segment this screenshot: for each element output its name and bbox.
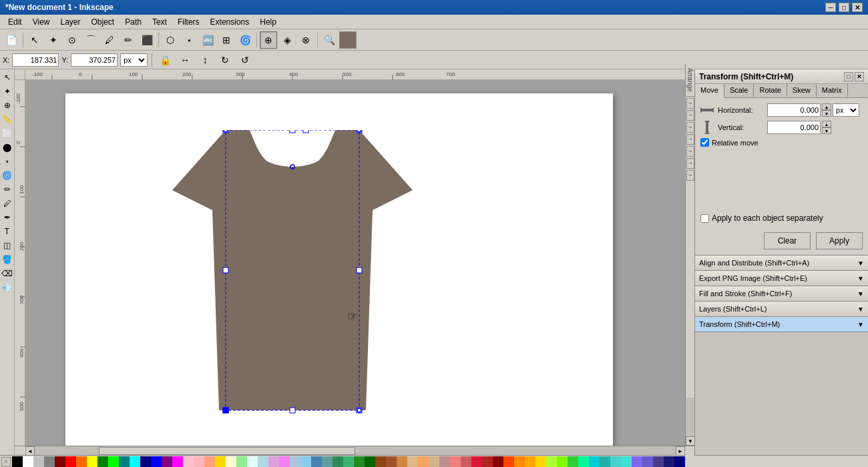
color-swatch[interactable] bbox=[568, 456, 578, 467]
color-swatch[interactable] bbox=[653, 456, 664, 467]
color-swatch[interactable] bbox=[503, 456, 514, 467]
tab-skew[interactable]: Skew bbox=[787, 84, 817, 97]
rect-tool-btn[interactable]: ⬜ bbox=[1, 127, 14, 140]
spray-tool-btn[interactable]: 💨 bbox=[1, 281, 14, 294]
star-tool-btn[interactable]: ⋆ bbox=[1, 155, 14, 168]
scroll-left-btn[interactable]: ◄ bbox=[25, 446, 35, 456]
close-button[interactable]: ✕ bbox=[852, 3, 863, 12]
tab-move[interactable]: Move bbox=[695, 84, 724, 98]
rotate-ccw-btn[interactable]: ↺ bbox=[236, 51, 254, 69]
tool3[interactable]: ⊙ bbox=[63, 31, 81, 49]
color-swatch[interactable] bbox=[493, 456, 503, 467]
maximize-button[interactable]: □ bbox=[839, 3, 849, 12]
color-swatch[interactable] bbox=[12, 456, 23, 467]
color-swatch[interactable] bbox=[343, 456, 354, 467]
color-swatch[interactable] bbox=[610, 456, 621, 467]
relative-move-checkbox[interactable] bbox=[700, 138, 709, 147]
apply-button[interactable]: Apply bbox=[816, 232, 863, 250]
fill-panel-header[interactable]: Fill and Stroke (Shift+Ctrl+F) ▼ bbox=[695, 286, 868, 301]
minimize-button[interactable]: ─ bbox=[825, 3, 836, 12]
pencil-tool-btn[interactable]: ✏ bbox=[1, 183, 14, 196]
pen-tool-btn[interactable]: 🖊 bbox=[1, 197, 14, 210]
menu-edit[interactable]: Edit bbox=[3, 16, 27, 28]
clear-button[interactable]: Clear bbox=[764, 232, 811, 250]
x-input[interactable] bbox=[12, 53, 59, 67]
color-swatch[interactable] bbox=[76, 456, 87, 467]
tool4[interactable]: ⌒ bbox=[82, 31, 99, 49]
color-swatch[interactable] bbox=[429, 456, 439, 467]
zoom-tool-btn[interactable]: ⊕ bbox=[1, 99, 14, 112]
flip-v-btn[interactable]: ↕ bbox=[196, 51, 214, 69]
canvas[interactable]: ☞ ▲ ▼ bbox=[25, 80, 694, 446]
vertical-spin-down[interactable]: ▼ bbox=[822, 127, 831, 134]
zoom-btn[interactable]: 🔍 bbox=[320, 31, 338, 49]
snap2[interactable]: ◈ bbox=[278, 31, 296, 49]
menu-filters[interactable]: Filters bbox=[172, 16, 205, 28]
color-swatch[interactable] bbox=[386, 456, 397, 467]
tool5[interactable]: 🖊 bbox=[101, 31, 118, 49]
color-swatch[interactable] bbox=[450, 456, 461, 467]
horizontal-spin-down[interactable]: ▼ bbox=[822, 110, 831, 117]
tab-rotate[interactable]: Rotate bbox=[754, 84, 787, 97]
color-swatch[interactable] bbox=[87, 456, 97, 467]
color-swatch[interactable] bbox=[642, 456, 653, 467]
arrange-label[interactable]: Arrange bbox=[686, 65, 694, 95]
color-swatch[interactable] bbox=[525, 456, 535, 467]
tab-matrix[interactable]: Matrix bbox=[817, 84, 848, 97]
color-swatch[interactable] bbox=[407, 456, 418, 467]
color-swatch[interactable] bbox=[514, 456, 525, 467]
align-panel-header[interactable]: Align and Distribute (Shift+Ctrl+A) ▼ bbox=[695, 256, 868, 270]
color-swatch[interactable] bbox=[130, 456, 140, 467]
transform-collapsed-header[interactable]: Transform (Shift+Ctrl+M) ▼ bbox=[695, 317, 868, 332]
panel-detach-btn[interactable]: □ bbox=[844, 72, 853, 81]
snap-btn[interactable]: ⊕ bbox=[260, 31, 277, 49]
color-swatch[interactable] bbox=[397, 456, 407, 467]
side-btn7[interactable]: → bbox=[686, 170, 694, 181]
color-swatch[interactable] bbox=[268, 456, 279, 467]
scroll-thumb-h[interactable] bbox=[99, 447, 355, 455]
lock-btn[interactable]: 🔒 bbox=[156, 51, 174, 69]
color-swatch[interactable] bbox=[300, 456, 311, 467]
side-btn4[interactable]: → bbox=[686, 134, 694, 145]
color-swatch[interactable] bbox=[439, 456, 450, 467]
tool10[interactable]: 🔤 bbox=[199, 31, 216, 49]
tool12[interactable]: 🌀 bbox=[236, 31, 254, 49]
select-tool[interactable]: ↖ bbox=[26, 31, 43, 49]
color-swatch[interactable] bbox=[578, 456, 589, 467]
circle-tool-btn[interactable]: ⬤ bbox=[1, 141, 14, 154]
tool9[interactable]: ⋆ bbox=[180, 31, 198, 49]
node-tool[interactable]: ✦ bbox=[45, 31, 62, 49]
new-btn[interactable]: 📄 bbox=[3, 31, 20, 49]
color-swatch[interactable] bbox=[279, 456, 290, 467]
color-swatch[interactable] bbox=[23, 456, 33, 467]
export-panel-header[interactable]: Export PNG Image (Shift+Ctrl+E) ▼ bbox=[695, 271, 868, 286]
color-swatch[interactable] bbox=[44, 456, 55, 467]
color-swatch[interactable] bbox=[322, 456, 333, 467]
color-swatch[interactable] bbox=[215, 456, 226, 467]
color-swatch[interactable] bbox=[151, 456, 162, 467]
menu-help[interactable]: Help bbox=[254, 16, 282, 28]
color-swatch[interactable] bbox=[119, 456, 130, 467]
color-swatch[interactable] bbox=[65, 456, 76, 467]
color-swatch[interactable] bbox=[108, 456, 119, 467]
menu-object[interactable]: Object bbox=[86, 16, 120, 28]
color-swatch[interactable] bbox=[621, 456, 632, 467]
color-swatch[interactable] bbox=[97, 456, 108, 467]
color-swatch[interactable] bbox=[375, 456, 386, 467]
tool6[interactable]: ✏ bbox=[120, 31, 137, 49]
color-swatch[interactable] bbox=[183, 456, 194, 467]
horizontal-spin-up[interactable]: ▲ bbox=[822, 103, 831, 110]
snap3[interactable]: ⊗ bbox=[297, 31, 314, 49]
menu-path[interactable]: Path bbox=[120, 16, 147, 28]
color-swatch[interactable] bbox=[418, 456, 429, 467]
vertical-input[interactable] bbox=[767, 121, 821, 134]
color-swatch[interactable] bbox=[482, 456, 493, 467]
color-swatch[interactable] bbox=[354, 456, 365, 467]
color-swatch[interactable] bbox=[461, 456, 471, 467]
side-btn6[interactable]: → bbox=[686, 158, 694, 169]
color-btn[interactable] bbox=[339, 31, 357, 49]
panel-close-btn[interactable]: ✕ bbox=[855, 72, 864, 81]
color-swatch[interactable] bbox=[589, 456, 600, 467]
text-tool-btn[interactable]: T bbox=[1, 225, 14, 238]
tool7[interactable]: ⬛ bbox=[138, 31, 156, 49]
